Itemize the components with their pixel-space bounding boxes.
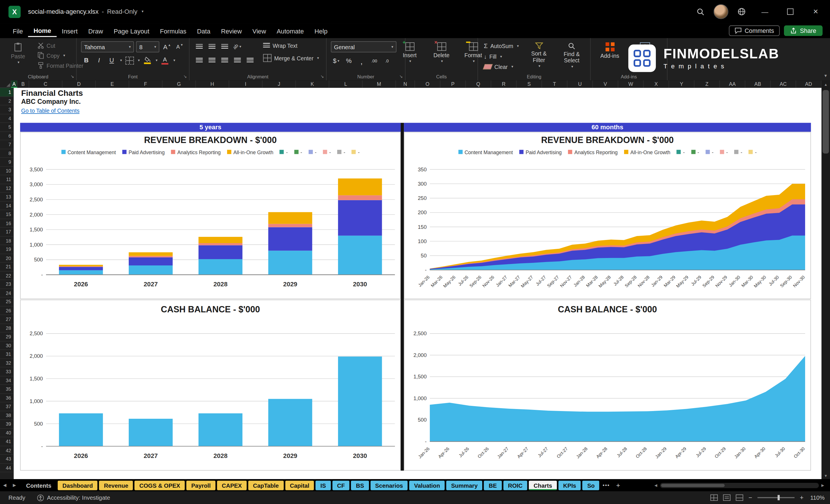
decrease-decimal-button[interactable]: .0 [382, 56, 392, 66]
delete-cells-button[interactable]: × Delete ▾ [427, 41, 455, 64]
accessibility-status[interactable]: Accessibility: Investigate [37, 494, 110, 501]
row-header-12[interactable]: 12 [0, 184, 13, 193]
row-header-1[interactable]: 1 [0, 88, 13, 97]
merge-center-button[interactable]: Merge & Center ▾ [261, 53, 321, 63]
column-header-AD[interactable]: AD [796, 81, 822, 88]
column-header-E[interactable]: E [96, 81, 129, 88]
network-globe-icon[interactable] [734, 4, 749, 20]
increase-decimal-button[interactable]: .00 [369, 56, 380, 66]
row-header-3[interactable]: 3 [0, 105, 13, 114]
menu-insert[interactable]: Insert [56, 25, 83, 37]
row-header-25[interactable]: 25 [0, 297, 13, 306]
column-header-X[interactable]: X [644, 81, 669, 88]
hscroll-left-icon[interactable]: ◀ [652, 483, 660, 487]
sheet-tab-be[interactable]: BE [484, 480, 502, 490]
menu-file[interactable]: File [7, 25, 28, 37]
sheet-tab-payroll[interactable]: Payroll [187, 480, 215, 490]
column-header-J[interactable]: J [262, 81, 296, 88]
vertical-scroll-thumb[interactable] [823, 90, 829, 154]
row-header-9[interactable]: 9 [0, 158, 13, 167]
align-right-button[interactable] [219, 55, 230, 65]
chart-revenue-breakdown-60m[interactable]: REVENUE BREAKDOWN - $'000 Content Manage… [404, 132, 811, 299]
hscroll-right-icon[interactable]: ▶ [819, 483, 827, 487]
tab-scroll-left-icon[interactable]: ◀ [0, 483, 10, 488]
row-header-27[interactable]: 27 [0, 315, 13, 324]
close-button[interactable]: × [806, 4, 826, 20]
accounting-format-button[interactable]: $▾ [331, 56, 342, 66]
row-header-35[interactable]: 35 [0, 385, 13, 394]
column-header-C[interactable]: C [29, 81, 63, 88]
bold-button[interactable]: B [81, 55, 92, 65]
row-header-23[interactable]: 23 [0, 280, 13, 289]
row-header-4[interactable]: 4 [0, 114, 13, 123]
table-of-contents-link[interactable]: Go to Table of Contents [21, 107, 79, 114]
row-header-10[interactable]: 10 [0, 166, 13, 175]
row-header-29[interactable]: 29 [0, 333, 13, 341]
horizontal-scrollbar[interactable]: ◀ ▶ [652, 482, 827, 488]
column-header-AB[interactable]: AB [745, 81, 771, 88]
zoom-out-button[interactable]: − [748, 494, 752, 501]
column-header-U[interactable]: U [568, 81, 593, 88]
sheet-tab-so[interactable]: So [583, 480, 600, 490]
align-middle-button[interactable] [206, 41, 217, 52]
sheet-tab-charts[interactable]: Charts [529, 480, 557, 490]
row-header-19[interactable]: 19 [0, 245, 13, 254]
chart-cash-balance-60m[interactable]: CASH BALANCE - $'000 -5001,0001,5002,000… [404, 300, 811, 471]
row-header-13[interactable]: 13 [0, 193, 13, 202]
column-header-P[interactable]: P [441, 81, 466, 88]
column-header-A[interactable]: A [11, 81, 18, 88]
align-left-button[interactable] [194, 55, 204, 65]
column-header-H[interactable]: H [196, 81, 229, 88]
sheet-tab-kpis[interactable]: KPIs [558, 480, 581, 490]
excel-app-icon[interactable]: X [8, 5, 21, 18]
row-header-14[interactable]: 14 [0, 201, 13, 210]
select-all-corner[interactable] [0, 81, 11, 88]
row-header-36[interactable]: 36 [0, 393, 13, 403]
fill-color-button[interactable] [142, 55, 153, 65]
banner-60-months[interactable]: 60 months [404, 123, 811, 132]
row-header-17[interactable]: 17 [0, 228, 13, 237]
column-header-AA[interactable]: AA [720, 81, 745, 88]
collapse-ribbon-icon[interactable]: ▾ [825, 73, 827, 78]
column-header-T[interactable]: T [542, 81, 568, 88]
maximize-button[interactable] [780, 4, 800, 20]
vertical-scroll-track[interactable] [822, 88, 830, 472]
row-header-18[interactable]: 18 [0, 236, 13, 245]
row-header-16[interactable]: 16 [0, 219, 13, 228]
menu-page-layout[interactable]: Page Layout [108, 25, 155, 37]
sheet-tab-cogs-opex[interactable]: COGS & OPEX [135, 480, 185, 490]
fill-button[interactable]: ↓ Fill ▾ [482, 52, 520, 61]
number-format-combo[interactable]: General ▾ [331, 41, 396, 52]
user-avatar[interactable] [713, 4, 729, 19]
row-header-2[interactable]: 2 [0, 97, 13, 105]
increase-indent-button[interactable] [245, 55, 255, 65]
borders-button[interactable] [124, 55, 135, 65]
column-header-D[interactable]: D [62, 81, 96, 88]
row-header-22[interactable]: 22 [0, 272, 13, 280]
row-header-44[interactable]: 44 [0, 463, 13, 472]
menu-home[interactable]: Home [28, 24, 57, 37]
percent-style-button[interactable]: % [344, 56, 354, 66]
column-header-I[interactable]: I [229, 81, 262, 88]
align-top-button[interactable] [194, 41, 204, 52]
row-header-42[interactable]: 42 [0, 446, 13, 455]
menu-data[interactable]: Data [192, 25, 216, 37]
chart-revenue-breakdown-5y[interactable]: REVENUE BREAKDOWN - $'000 Content Manage… [20, 132, 401, 299]
menu-formulas[interactable]: Formulas [155, 25, 192, 37]
column-header-G[interactable]: G [162, 81, 196, 88]
horizontal-scroll-track[interactable] [660, 482, 819, 488]
document-title[interactable]: social-media-agency.xlsx - Read-Only ▾ [28, 8, 143, 15]
sheet-tab-contents[interactable]: Contents [22, 480, 56, 490]
sort-filter-button[interactable]: Sort & Filter ▾ [524, 41, 553, 69]
scroll-down-icon[interactable]: ▼ [822, 472, 830, 479]
underline-button[interactable]: U [106, 55, 117, 65]
sheet-tab-dashboard[interactable]: Dashboard [58, 480, 98, 490]
scroll-up-icon[interactable]: ▲ [822, 81, 830, 88]
normal-view-icon[interactable] [710, 495, 718, 501]
paste-button[interactable]: Paste ▾ [4, 41, 32, 65]
vertical-scrollbar[interactable]: ▲ ▼ [822, 81, 830, 479]
column-header-Q[interactable]: Q [466, 81, 491, 88]
row-header-7[interactable]: 7 [0, 140, 13, 149]
comments-button[interactable]: Comments [729, 26, 780, 36]
font-color-button[interactable]: A [160, 55, 170, 65]
